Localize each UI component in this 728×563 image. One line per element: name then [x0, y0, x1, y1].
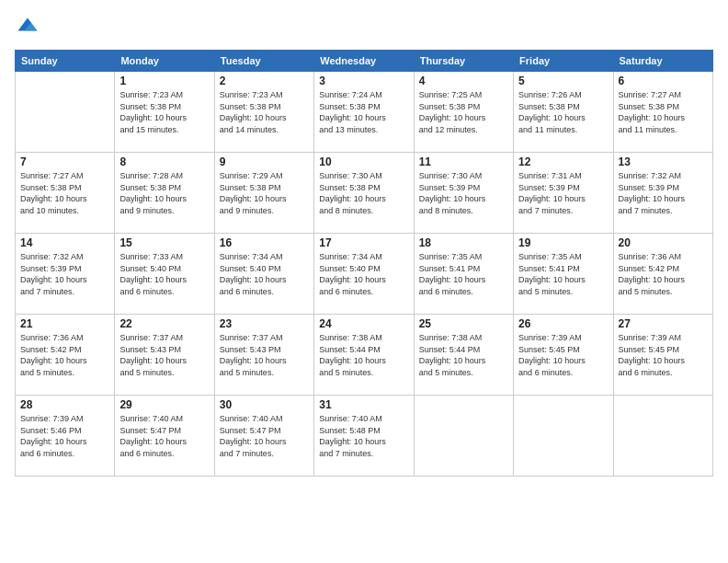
day-info: Sunrise: 7:35 AM Sunset: 5:41 PM Dayligh… [518, 251, 608, 297]
calendar-cell: 23Sunrise: 7:37 AM Sunset: 5:43 PM Dayli… [214, 315, 313, 396]
calendar-header-tuesday: Tuesday [214, 51, 313, 72]
calendar-header-row: SundayMondayTuesdayWednesdayThursdayFrid… [16, 51, 713, 72]
day-number: 19 [518, 236, 608, 249]
day-number: 26 [518, 317, 608, 330]
day-info: Sunrise: 7:28 AM Sunset: 5:38 PM Dayligh… [119, 170, 209, 216]
calendar-header-sunday: Sunday [16, 51, 115, 72]
day-number: 25 [419, 317, 508, 330]
calendar-cell: 7Sunrise: 7:27 AM Sunset: 5:38 PM Daylig… [16, 153, 115, 234]
day-info: Sunrise: 7:29 AM Sunset: 5:38 PM Dayligh… [220, 170, 309, 216]
calendar-header-thursday: Thursday [414, 51, 513, 72]
calendar-cell: 29Sunrise: 7:40 AM Sunset: 5:47 PM Dayli… [115, 396, 214, 477]
day-number: 17 [319, 236, 408, 249]
day-number: 8 [119, 155, 209, 168]
day-number: 3 [319, 75, 408, 87]
day-info: Sunrise: 7:34 AM Sunset: 5:40 PM Dayligh… [319, 251, 408, 297]
calendar-cell: 6Sunrise: 7:27 AM Sunset: 5:38 PM Daylig… [613, 72, 712, 153]
calendar-cell: 17Sunrise: 7:34 AM Sunset: 5:40 PM Dayli… [314, 234, 414, 315]
day-info: Sunrise: 7:27 AM Sunset: 5:38 PM Dayligh… [619, 89, 708, 135]
day-info: Sunrise: 7:23 AM Sunset: 5:38 PM Dayligh… [220, 89, 309, 135]
day-info: Sunrise: 7:36 AM Sunset: 5:42 PM Dayligh… [619, 251, 708, 297]
day-info: Sunrise: 7:30 AM Sunset: 5:38 PM Dayligh… [319, 170, 408, 216]
calendar-cell [16, 72, 115, 153]
calendar-cell: 30Sunrise: 7:40 AM Sunset: 5:47 PM Dayli… [214, 396, 313, 477]
calendar-cell: 21Sunrise: 7:36 AM Sunset: 5:42 PM Dayli… [16, 315, 115, 396]
day-number: 13 [619, 155, 708, 168]
day-info: Sunrise: 7:35 AM Sunset: 5:41 PM Dayligh… [419, 251, 508, 297]
calendar-cell: 20Sunrise: 7:36 AM Sunset: 5:42 PM Dayli… [613, 234, 712, 315]
calendar-cell: 3Sunrise: 7:24 AM Sunset: 5:38 PM Daylig… [314, 72, 414, 153]
calendar-cell: 15Sunrise: 7:33 AM Sunset: 5:40 PM Dayli… [115, 234, 214, 315]
calendar-cell: 11Sunrise: 7:30 AM Sunset: 5:39 PM Dayli… [414, 153, 513, 234]
week-row-2: 14Sunrise: 7:32 AM Sunset: 5:39 PM Dayli… [16, 234, 713, 315]
calendar-cell: 16Sunrise: 7:34 AM Sunset: 5:40 PM Dayli… [214, 234, 313, 315]
day-number: 4 [419, 75, 508, 87]
calendar-cell: 28Sunrise: 7:39 AM Sunset: 5:46 PM Dayli… [16, 396, 115, 477]
calendar-cell: 24Sunrise: 7:38 AM Sunset: 5:44 PM Dayli… [314, 315, 414, 396]
calendar-cell: 2Sunrise: 7:23 AM Sunset: 5:38 PM Daylig… [214, 72, 313, 153]
day-info: Sunrise: 7:40 AM Sunset: 5:47 PM Dayligh… [119, 413, 209, 459]
day-number: 27 [619, 317, 708, 330]
day-number: 6 [619, 75, 708, 87]
calendar-cell: 8Sunrise: 7:28 AM Sunset: 5:38 PM Daylig… [115, 153, 214, 234]
day-info: Sunrise: 7:39 AM Sunset: 5:45 PM Dayligh… [518, 332, 608, 378]
day-info: Sunrise: 7:23 AM Sunset: 5:38 PM Dayligh… [119, 89, 209, 135]
day-number: 29 [119, 398, 209, 411]
day-number: 23 [220, 317, 309, 330]
calendar-cell: 27Sunrise: 7:39 AM Sunset: 5:45 PM Dayli… [613, 315, 712, 396]
header [15, 15, 713, 40]
week-row-0: 1Sunrise: 7:23 AM Sunset: 5:38 PM Daylig… [16, 72, 713, 153]
calendar-cell: 31Sunrise: 7:40 AM Sunset: 5:48 PM Dayli… [314, 396, 414, 477]
calendar-header-saturday: Saturday [613, 51, 712, 72]
day-info: Sunrise: 7:39 AM Sunset: 5:46 PM Dayligh… [20, 413, 109, 459]
day-number: 9 [220, 155, 309, 168]
day-info: Sunrise: 7:38 AM Sunset: 5:44 PM Dayligh… [419, 332, 508, 378]
calendar-cell: 5Sunrise: 7:26 AM Sunset: 5:38 PM Daylig… [514, 72, 613, 153]
day-number: 21 [20, 317, 109, 330]
day-info: Sunrise: 7:40 AM Sunset: 5:48 PM Dayligh… [319, 413, 408, 459]
day-number: 28 [20, 398, 109, 411]
week-row-4: 28Sunrise: 7:39 AM Sunset: 5:46 PM Dayli… [16, 396, 713, 477]
day-info: Sunrise: 7:38 AM Sunset: 5:44 PM Dayligh… [319, 332, 408, 378]
day-number: 30 [220, 398, 309, 411]
day-info: Sunrise: 7:34 AM Sunset: 5:40 PM Dayligh… [220, 251, 309, 297]
day-info: Sunrise: 7:27 AM Sunset: 5:38 PM Dayligh… [20, 170, 109, 216]
day-number: 2 [220, 75, 309, 87]
day-number: 10 [319, 155, 408, 168]
day-number: 15 [119, 236, 209, 249]
day-number: 16 [220, 236, 309, 249]
logo [15, 15, 44, 40]
day-info: Sunrise: 7:37 AM Sunset: 5:43 PM Dayligh… [119, 332, 209, 378]
calendar-cell: 10Sunrise: 7:30 AM Sunset: 5:38 PM Dayli… [314, 153, 414, 234]
calendar-cell: 13Sunrise: 7:32 AM Sunset: 5:39 PM Dayli… [613, 153, 712, 234]
calendar-header-wednesday: Wednesday [314, 51, 414, 72]
week-row-3: 21Sunrise: 7:36 AM Sunset: 5:42 PM Dayli… [16, 315, 713, 396]
day-number: 18 [419, 236, 508, 249]
calendar-cell: 1Sunrise: 7:23 AM Sunset: 5:38 PM Daylig… [115, 72, 214, 153]
calendar-header-friday: Friday [514, 51, 613, 72]
day-info: Sunrise: 7:39 AM Sunset: 5:45 PM Dayligh… [619, 332, 708, 378]
day-number: 14 [20, 236, 109, 249]
day-info: Sunrise: 7:40 AM Sunset: 5:47 PM Dayligh… [220, 413, 309, 459]
day-number: 12 [518, 155, 608, 168]
day-number: 11 [419, 155, 508, 168]
day-info: Sunrise: 7:33 AM Sunset: 5:40 PM Dayligh… [119, 251, 209, 297]
calendar-cell [414, 396, 513, 477]
week-row-1: 7Sunrise: 7:27 AM Sunset: 5:38 PM Daylig… [16, 153, 713, 234]
calendar-cell: 4Sunrise: 7:25 AM Sunset: 5:38 PM Daylig… [414, 72, 513, 153]
day-number: 31 [319, 398, 408, 411]
day-info: Sunrise: 7:30 AM Sunset: 5:39 PM Dayligh… [419, 170, 508, 216]
calendar: SundayMondayTuesdayWednesdayThursdayFrid… [15, 50, 713, 477]
calendar-cell: 19Sunrise: 7:35 AM Sunset: 5:41 PM Dayli… [514, 234, 613, 315]
day-number: 5 [518, 75, 608, 87]
day-info: Sunrise: 7:37 AM Sunset: 5:43 PM Dayligh… [220, 332, 309, 378]
day-info: Sunrise: 7:24 AM Sunset: 5:38 PM Dayligh… [319, 89, 408, 135]
calendar-cell: 9Sunrise: 7:29 AM Sunset: 5:38 PM Daylig… [214, 153, 313, 234]
calendar-cell: 26Sunrise: 7:39 AM Sunset: 5:45 PM Dayli… [514, 315, 613, 396]
day-info: Sunrise: 7:32 AM Sunset: 5:39 PM Dayligh… [20, 251, 109, 297]
calendar-cell [613, 396, 712, 477]
day-info: Sunrise: 7:32 AM Sunset: 5:39 PM Dayligh… [619, 170, 708, 216]
day-info: Sunrise: 7:36 AM Sunset: 5:42 PM Dayligh… [20, 332, 109, 378]
day-info: Sunrise: 7:26 AM Sunset: 5:38 PM Dayligh… [518, 89, 608, 135]
calendar-cell: 14Sunrise: 7:32 AM Sunset: 5:39 PM Dayli… [16, 234, 115, 315]
